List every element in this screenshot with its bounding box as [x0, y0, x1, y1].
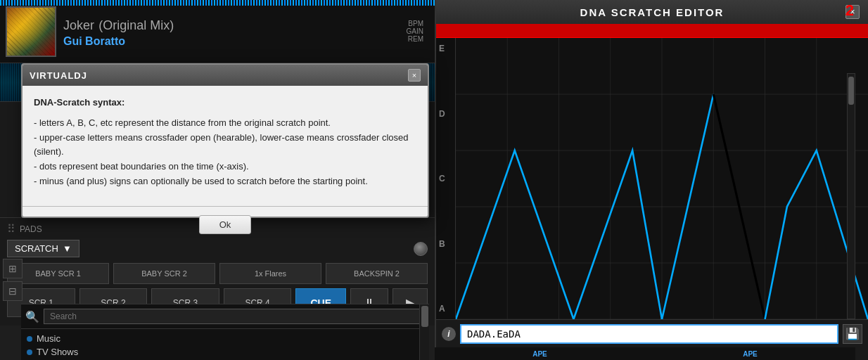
y-label-d: D	[439, 109, 452, 119]
dialog-heading: DNA-Scratch syntax:	[34, 96, 416, 110]
track-info: Joker (Original Mix) Gui Boratto	[63, 15, 407, 48]
library-items: Music TV Shows Podcasts *ASOTrap	[21, 329, 429, 360]
dna-chart-wrapper: E D C B A	[436, 38, 868, 319]
sidebar-icons: ⊞ ⊟	[0, 256, 25, 304]
library-search-bar: 🔍	[21, 304, 429, 329]
ape-bar: APE APE	[435, 347, 855, 360]
list-item-dot	[27, 349, 32, 355]
dialog-body: DNA-Scratch syntax: - letters A, B, C, e…	[23, 86, 428, 199]
virtualdj-dialog: VIRTUALDJ × DNA-Scratch syntax: - letter…	[21, 63, 429, 218]
dna-info-icon[interactable]: i	[442, 327, 456, 341]
dialog-line-1: - letters A, B, C, etc represent the dis…	[34, 116, 416, 131]
waveform-ruler	[0, 0, 435, 6]
rem-label: REM	[408, 35, 423, 43]
dialog-ok-row: Ok	[23, 212, 428, 241]
bpm-panel: BPM GAIN REM	[407, 20, 429, 43]
dna-scrollbar[interactable]	[847, 73, 855, 319]
dna-red-bar	[436, 25, 868, 38]
dna-title-bar: DNA SCRATCH EDITOR ×	[436, 0, 868, 25]
track-artist: Gui Boratto	[63, 35, 407, 48]
y-label-b: B	[439, 239, 452, 249]
scratch-dropdown-arrow: ▼	[63, 243, 72, 254]
pad-1x-flares[interactable]: 1x Flares	[219, 263, 321, 284]
sidebar-icon-2[interactable]: ⊟	[3, 281, 23, 301]
dna-chart-area	[456, 38, 868, 319]
sidebar-icon-1[interactable]: ⊞	[3, 259, 23, 278]
pad-baby-scr-2[interactable]: BABY SCR 2	[113, 263, 215, 284]
dna-chart-svg	[456, 38, 868, 319]
list-item[interactable]: Music	[27, 332, 423, 345]
dialog-title-bar: VIRTUALDJ ×	[23, 65, 428, 86]
scratch-knob[interactable]	[414, 242, 428, 256]
dna-y-axis: E D C B A	[436, 38, 456, 319]
track-title-suffix: (Original Mix)	[98, 18, 174, 32]
scratch-mode-label: SCRATCH	[15, 243, 58, 254]
track-title: Joker (Original Mix)	[63, 15, 407, 34]
dialog-line-3: - dots represent beat boundaries on the …	[34, 160, 416, 174]
ape-label-1: APE	[532, 350, 547, 358]
pad-backspin-2[interactable]: BACKSPIN 2	[326, 263, 428, 284]
pad-row-1: BABY SCR 1 BABY SCR 2 1x Flares BACKSPIN…	[7, 263, 428, 284]
search-input[interactable]	[44, 309, 425, 324]
dialog-divider	[23, 206, 428, 207]
list-item-dot	[27, 336, 32, 342]
search-icon: 🔍	[25, 310, 39, 323]
dialog-line-2: - upper-case letters means crossfader op…	[34, 131, 416, 160]
pads-dots-icon: ⠿	[7, 222, 15, 236]
library-scrollbar[interactable]	[419, 304, 429, 360]
red-number-indicator: 2	[845, 1, 854, 20]
y-label-e: E	[439, 44, 452, 53]
gain-label: GAIN	[407, 27, 423, 35]
y-label-a: A	[439, 304, 452, 314]
dialog-line-4: - minus (and plus) signs can optionally …	[34, 174, 416, 189]
scratch-controls: SCRATCH ▼	[7, 240, 428, 257]
dna-pattern-input[interactable]	[460, 324, 838, 344]
dna-bottom-bar: i 💾	[436, 319, 868, 347]
track-header: Joker (Original Mix) Gui Boratto BPM GAI…	[0, 0, 435, 63]
dna-scratch-editor: DNA SCRATCH EDITOR × E D C B A	[435, 0, 868, 360]
list-item-label: Music	[37, 333, 60, 344]
dialog-close-button[interactable]: ×	[408, 69, 421, 82]
y-label-c: C	[439, 174, 452, 184]
dna-save-icon[interactable]: 💾	[843, 324, 862, 344]
save-floppy-icon: 💾	[845, 327, 860, 340]
dialog-ok-button[interactable]: Ok	[199, 215, 252, 234]
library-scroll-thumb[interactable]	[421, 306, 428, 327]
track-title-text: Joker	[63, 18, 94, 32]
bpm-label: BPM	[408, 20, 423, 27]
ape-label-2: APE	[743, 350, 758, 358]
scratch-mode-dropdown[interactable]: SCRATCH ▼	[7, 240, 79, 257]
library-panel: 🔍 Music TV Shows Podcasts *ASOTrap	[21, 304, 429, 360]
dialog-title: VIRTUALDJ	[30, 70, 87, 81]
list-item-label: TV Shows	[37, 347, 78, 357]
album-art	[6, 6, 56, 57]
dna-editor-title: DNA SCRATCH EDITOR	[459, 6, 845, 18]
list-item[interactable]: TV Shows	[27, 345, 423, 359]
dna-scroll-thumb[interactable]	[848, 77, 854, 105]
